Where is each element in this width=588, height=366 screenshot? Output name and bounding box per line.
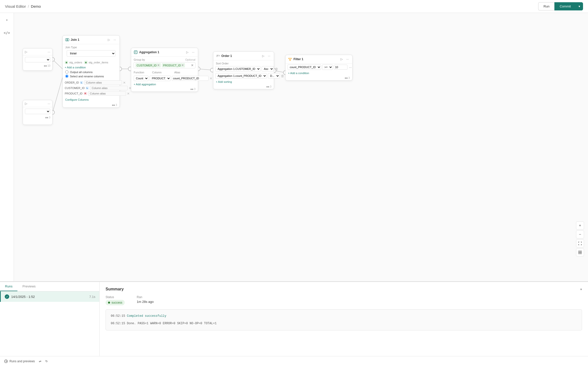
header-actions: Run Commit ▾ [538,2,583,10]
agg-tags-clear-btn[interactable]: ✕ [191,63,194,67]
source-node-bot-content [23,107,52,116]
order-del-2[interactable]: 🗑 [281,74,284,78]
configure-columns-link[interactable]: Configure Columns [63,97,119,103]
filter-add-btn[interactable]: + Add a condition [286,71,352,76]
order-dir-select-1[interactable]: Asc [262,66,274,72]
order-run-btn[interactable]: ▷ [261,54,265,58]
col-alias-3[interactable] [88,91,126,96]
svg-rect-22 [580,251,582,252]
filter-col-select[interactable]: count_PRODUCT_ID [288,64,321,70]
breadcrumb-separator: / [28,4,29,8]
order-node-count: ■■ 3 [213,84,274,89]
order-col-select-1[interactable]: Aggregation 1.CUSTOMER_ID [215,66,261,72]
code-view-button[interactable]: </> [3,29,11,37]
source-node-bot-select[interactable] [25,109,50,114]
filter-more-btn[interactable]: ··· [349,65,352,69]
filter-more-btn[interactable]: ··· [345,57,350,61]
agg-tag-customer: CUSTOMER_ID ✕ [135,63,161,67]
order-col-select-2[interactable]: Aggregation 1.count_PRODUCT_ID [215,73,267,79]
filter-op-select[interactable]: >= [322,64,333,70]
summary-ran: Ran 1m 28s ago [137,295,154,305]
col-del-1[interactable]: ✕ [123,81,126,85]
agg-group-by: Group by Optional CUSTOMER_ID ✕ PRODUCT_… [131,57,198,70]
join-radio-select[interactable]: Select and rename columns [65,75,117,78]
order-sort-label: Sort Order [213,60,274,65]
list-item[interactable]: ✓ 14/1/2025 - 1:52 7.1s [0,291,99,302]
source-node-bot-run-btn[interactable]: ▷ [25,102,27,105]
agg-func-select[interactable]: Count [134,76,149,81]
lineage-item[interactable]: ⇌ [39,360,41,363]
join-radio-output[interactable]: Output all columns [65,70,117,74]
agg-alias-input[interactable] [172,76,209,81]
runs-previews-label: Runs and previews [9,360,35,363]
filter-val-input[interactable] [334,65,348,70]
fit-screen-icon [578,242,582,245]
join-source-left: ◉ stg_orders [65,61,82,64]
join-columns: ORDER_ID L ✕ CUSTOMER_ID L ✕ PRODUCT_ID … [63,79,119,97]
agg-more-btn[interactable]: ··· [191,50,195,54]
agg-add-btn[interactable]: + Add aggregation [131,82,198,87]
source-node-select[interactable] [25,57,50,62]
svg-rect-24 [580,253,582,254]
filter-run-btn[interactable]: ▷ [340,57,344,61]
summary-chevron-icon[interactable]: ▾ [580,287,582,291]
join-type-select[interactable]: Inner [67,50,116,57]
order-more-btn[interactable]: ··· [267,54,271,58]
svg-rect-23 [579,253,580,254]
agg-run-btn[interactable]: ▷ [185,50,189,54]
status-dot [108,302,110,304]
refresh-item[interactable]: ↻ [45,360,48,363]
table-row: PRODUCT_ID R ✕ [65,91,118,96]
header: Visual Editor / Demo Run Commit ▾ [0,0,588,13]
agg-tag-product-remove[interactable]: ✕ [181,64,184,67]
zoom-out-button[interactable]: − [576,230,584,238]
runs-previews-icon [4,359,8,363]
col-name-3: PRODUCT_ID [65,92,83,95]
col-del-3[interactable]: ✕ [127,92,130,95]
tab-runs[interactable]: Runs [0,282,17,291]
lineage-icon: ⇌ [39,360,41,363]
agg-tag-customer-remove[interactable]: ✕ [157,64,160,67]
agg-node-header: Aggregation 1 ▷ ··· [131,48,198,57]
col-badge-R-3: R [84,92,87,95]
source-node-run-btn[interactable]: ▷ [25,50,27,54]
join-sources: ◉ stg_orders ◉ stg_order_items [63,60,119,65]
zoom-controls: + − [576,222,584,256]
order-dir-select-2[interactable]: D... [268,73,280,79]
commit-chevron-button[interactable]: ▾ [576,2,583,10]
col-alias-1[interactable] [84,80,122,85]
add-node-button[interactable]: + [3,16,11,24]
join-node-actions: ▷ ··· [107,38,117,42]
run-item-left: ✓ 14/1/2025 - 1:52 [5,294,35,299]
run-duration: 7.1s [89,295,95,299]
filter-node-actions: ▷ ··· [340,57,350,61]
zoom-in-button[interactable]: + [576,222,584,229]
agg-col-select[interactable]: PRODUCT_ID [150,76,171,81]
table-row: Count PRODUCT_ID ✕ [131,75,198,82]
runs-previews-item[interactable]: Runs and previews [4,359,35,363]
order-del-1[interactable]: 🗑 [275,67,278,71]
fit-screen-button[interactable] [576,239,584,247]
filter-node-title-area: Filter 1 [288,57,303,61]
refresh-icon: ↻ [45,360,48,363]
runs-sidebar: Runs Previews ✓ 14/1/2025 - 1:52 7.1s [0,282,100,356]
agg-row-del[interactable]: ✕ [210,77,212,80]
col-alias-2[interactable] [90,86,128,90]
run-button[interactable]: Run [538,2,554,10]
join-run-btn[interactable]: ▷ [107,38,111,42]
commit-button[interactable]: Commit [554,2,576,10]
agg-icon [134,50,138,54]
grid-view-button[interactable] [576,248,584,256]
svg-line-1 [53,78,62,112]
source-node-bot-more-btn[interactable]: ··· [48,102,50,105]
source-node-more-btn[interactable]: ··· [48,50,50,54]
join-source-right-name: stg_order_items [89,61,108,64]
tab-previews[interactable]: Previews [17,282,41,291]
join-radio-output-label: Output all columns [70,71,93,74]
order-add-btn[interactable]: + Add sorting [213,79,274,84]
table-row: Aggregation 1.CUSTOMER_ID Asc 🗑 [213,65,274,72]
join-more-btn[interactable]: ··· [113,38,117,42]
log-line-1: 06:52:15 Completed successfully [111,314,577,319]
join-source-left-name: stg_orders [69,61,82,64]
join-condition-btn[interactable]: + Add a condition [65,66,86,69]
